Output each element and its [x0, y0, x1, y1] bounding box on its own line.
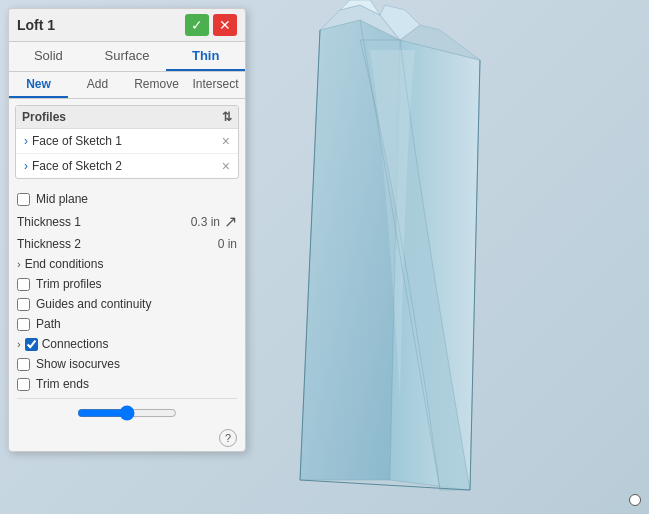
confirm-button[interactable]: ✓: [185, 14, 209, 36]
trim-ends-checkbox[interactable]: [17, 378, 30, 391]
slider-row: [9, 399, 245, 429]
connections-chevron: ›: [17, 338, 21, 350]
list-item[interactable]: › Face of Sketch 1 ×: [16, 129, 238, 154]
end-conditions-label: End conditions: [25, 257, 104, 271]
tab-surface[interactable]: Surface: [88, 42, 167, 71]
options-section: Mid plane Thickness 1 0.3 in ↗ Thickness…: [9, 185, 245, 398]
profile-chevron-2: ›: [24, 159, 28, 173]
thickness1-value: 0.3 in: [191, 215, 220, 229]
profiles-header: Profiles ⇅: [16, 106, 238, 129]
connections-checkbox[interactable]: [25, 338, 38, 351]
guides-label: Guides and continuity: [36, 297, 151, 311]
path-checkbox[interactable]: [17, 318, 30, 331]
profiles-section: Profiles ⇅ › Face of Sketch 1 × › Face o…: [15, 105, 239, 179]
profile-chevron-1: ›: [24, 134, 28, 148]
guides-checkbox[interactable]: [17, 298, 30, 311]
thickness2-value-group: 0 in: [218, 237, 237, 251]
panel-title: Loft 1: [17, 17, 55, 33]
midplane-option[interactable]: Mid plane: [17, 189, 237, 209]
mode-tabs: Solid Surface Thin: [9, 42, 245, 72]
thickness1-value-group: 0.3 in ↗: [191, 212, 237, 231]
connections-label: Connections: [42, 337, 109, 351]
connections-option[interactable]: › Connections: [17, 334, 237, 354]
profiles-label: Profiles: [22, 110, 66, 124]
loft-slider[interactable]: [77, 405, 177, 421]
end-conditions-chevron: ›: [17, 258, 21, 270]
thickness2-value: 0 in: [218, 237, 237, 251]
subtab-remove[interactable]: Remove: [127, 72, 186, 98]
profile-close-1[interactable]: ×: [222, 133, 230, 149]
panel: Loft 1 ✓ ✕ Solid Surface Thin New Add Re…: [8, 8, 246, 452]
thickness2-row: Thickness 2 0 in: [17, 234, 237, 254]
trim-profiles-checkbox[interactable]: [17, 278, 30, 291]
profile-label-2: Face of Sketch 2: [32, 159, 222, 173]
close-button[interactable]: ✕: [213, 14, 237, 36]
thickness2-label: Thickness 2: [17, 237, 81, 251]
midplane-checkbox[interactable]: [17, 193, 30, 206]
bottom-dot-indicator: [629, 494, 641, 506]
subtab-new[interactable]: New: [9, 72, 68, 98]
title-actions: ✓ ✕: [185, 14, 237, 36]
path-label: Path: [36, 317, 61, 331]
trim-profiles-option[interactable]: Trim profiles: [17, 274, 237, 294]
show-isocurves-option[interactable]: Show isocurves: [17, 354, 237, 374]
show-isocurves-label: Show isocurves: [36, 357, 120, 371]
show-isocurves-checkbox[interactable]: [17, 358, 30, 371]
guides-option[interactable]: Guides and continuity: [17, 294, 237, 314]
list-item[interactable]: › Face of Sketch 2 ×: [16, 154, 238, 178]
end-conditions-option[interactable]: › End conditions: [17, 254, 237, 274]
subtab-intersect[interactable]: Intersect: [186, 72, 245, 98]
tab-thin[interactable]: Thin: [166, 42, 245, 71]
tab-solid[interactable]: Solid: [9, 42, 88, 71]
3d-shape: [240, 0, 640, 514]
help-row: ?: [9, 429, 245, 451]
profile-label-1: Face of Sketch 1: [32, 134, 222, 148]
subtab-add[interactable]: Add: [68, 72, 127, 98]
thickness1-row: Thickness 1 0.3 in ↗: [17, 209, 237, 234]
sub-tabs: New Add Remove Intersect: [9, 72, 245, 99]
profile-close-2[interactable]: ×: [222, 158, 230, 174]
trim-ends-option[interactable]: Trim ends: [17, 374, 237, 394]
title-bar: Loft 1 ✓ ✕: [9, 9, 245, 42]
trim-profiles-label: Trim profiles: [36, 277, 102, 291]
trim-ends-label: Trim ends: [36, 377, 89, 391]
midplane-label: Mid plane: [36, 192, 88, 206]
help-button[interactable]: ?: [219, 429, 237, 447]
path-option[interactable]: Path: [17, 314, 237, 334]
thickness1-arrow-icon[interactable]: ↗: [224, 212, 237, 231]
sort-icon[interactable]: ⇅: [222, 110, 232, 124]
thickness1-label: Thickness 1: [17, 215, 81, 229]
